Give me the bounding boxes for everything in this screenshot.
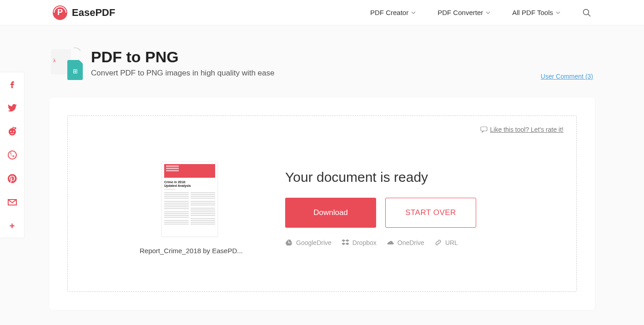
svg-point-2	[9, 128, 16, 135]
svg-point-4	[10, 131, 11, 132]
logo-icon: P	[53, 5, 67, 20]
site-header: P EasePDF PDF Creator PDF Converter All …	[0, 0, 644, 25]
brand-text: EasePDF	[72, 7, 115, 19]
svg-point-6	[8, 151, 16, 159]
cloud-label: GoogleDrive	[296, 239, 332, 246]
social-share-rail: +	[0, 72, 25, 238]
link-icon	[434, 239, 442, 246]
preview-column: Crime in 2018: Updated Analysis ───────	[140, 161, 240, 255]
facebook-icon[interactable]	[7, 79, 18, 90]
rate-label: Like this tool? Let's rate it!	[490, 126, 564, 133]
cloud-label: URL	[445, 239, 458, 246]
tool-icon	[51, 48, 83, 80]
pinterest-icon[interactable]	[7, 173, 18, 184]
nav-label: All PDF Tools	[512, 9, 553, 16]
title-row: PDF to PNG Convert PDF to PNG images in …	[49, 48, 595, 80]
user-comment-link[interactable]: User Comment (3)	[541, 73, 593, 80]
svg-point-5	[13, 131, 14, 132]
twitter-icon[interactable]	[7, 102, 18, 113]
save-onedrive[interactable]: OneDrive	[387, 239, 424, 246]
document-thumbnail[interactable]: Crime in 2018: Updated Analysis ───────	[161, 161, 218, 237]
result-panel: Like this tool? Let's rate it! Crime in …	[49, 97, 595, 310]
main-container: PDF to PNG Convert PDF to PNG images in …	[49, 25, 595, 324]
title-block: PDF to PNG Convert PDF to PNG images in …	[91, 48, 274, 78]
chevron-down-icon	[556, 10, 560, 15]
nav-all-tools[interactable]: All PDF Tools	[512, 9, 560, 16]
chevron-down-icon	[486, 10, 490, 15]
save-dropbox[interactable]: Dropbox	[342, 239, 377, 246]
button-row: Download START OVER	[285, 198, 564, 228]
googledrive-icon	[285, 239, 293, 246]
thumb-title-2: Updated Analysis	[164, 184, 215, 187]
nav-pdf-creator[interactable]: PDF Creator	[370, 9, 416, 16]
chevron-down-icon	[411, 10, 416, 15]
cloud-save-row: GoogleDrive Dropbox OneDrive URL	[285, 239, 564, 246]
nav-pdf-converter[interactable]: PDF Converter	[438, 9, 490, 16]
svg-rect-7	[481, 127, 487, 131]
svg-line-1	[588, 14, 590, 16]
search-icon[interactable]	[582, 8, 591, 17]
start-over-button[interactable]: START OVER	[385, 198, 476, 228]
page-title: PDF to PNG	[91, 48, 274, 66]
nav-label: PDF Converter	[438, 9, 483, 16]
rate-tool-link[interactable]: Like this tool? Let's rate it!	[480, 126, 564, 133]
page-subtitle: Convert PDF to PNG images in high qualit…	[91, 69, 274, 78]
email-icon[interactable]	[7, 197, 18, 208]
action-column: Your document is ready Download START OV…	[285, 170, 564, 246]
cloud-label: Dropbox	[352, 239, 377, 246]
whatsapp-icon[interactable]	[7, 150, 18, 160]
ready-heading: Your document is ready	[285, 170, 564, 185]
file-name: Report_Crime_2018 by EasePD...	[140, 247, 240, 255]
main-nav: PDF Creator PDF Converter All PDF Tools	[370, 8, 591, 17]
nav-label: PDF Creator	[370, 9, 408, 16]
save-googledrive[interactable]: GoogleDrive	[285, 239, 332, 246]
chat-icon	[480, 126, 488, 133]
more-share-icon[interactable]: +	[7, 220, 18, 231]
cloud-label: OneDrive	[397, 239, 424, 246]
onedrive-icon	[387, 239, 394, 246]
content-row: Crime in 2018: Updated Analysis ───────	[80, 127, 564, 255]
reddit-icon[interactable]	[7, 126, 18, 137]
dashed-box: Like this tool? Let's rate it! Crime in …	[67, 115, 577, 292]
save-url[interactable]: URL	[434, 239, 458, 246]
thumb-title-1: Crime in 2018:	[164, 180, 215, 184]
dropbox-icon	[342, 239, 349, 246]
logo[interactable]: P EasePDF	[53, 5, 115, 20]
svg-point-0	[584, 9, 589, 15]
download-button[interactable]: Download	[285, 198, 376, 228]
